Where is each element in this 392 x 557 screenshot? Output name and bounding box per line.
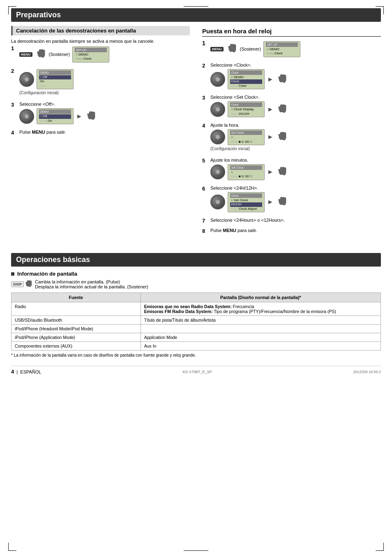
step2-cancel-note: (Configuración inicial) <box>19 91 190 95</box>
screen-step2-cancel: DEMO ○ Off On PUSH <box>37 69 74 89</box>
screen-reloj-step4: Set Clock ○ PUSH ■ 0 :00 □ <box>228 129 265 145</box>
corner-mark-tl <box>8 6 16 14</box>
table-cell-display: Emisoras que no sean Radio Data System: … <box>141 302 380 316</box>
reloj-step-3: 3 Seleccione <Set Clock>. Clock ○ Clock … <box>202 95 381 118</box>
cancelacion-step-2: 2 DEMO ○ Off On PUSH (Configuración inic… <box>11 68 190 97</box>
disp-hand-icon <box>24 280 33 289</box>
menu-key-1: MENU <box>19 52 32 57</box>
table-row: iPod/iPhone (Application Mode) Applicati… <box>12 333 381 342</box>
table-row: iPod/iPhone (Headunit Mode/iPod Mode) <box>12 325 381 333</box>
table-header-source: Fuente <box>12 293 141 302</box>
info-pantalla-title: Información de pantalla <box>17 271 77 277</box>
footer-date: 2012/3/9 16:55:2 <box>353 370 381 374</box>
corner-mark-bl <box>8 543 16 551</box>
hand-icon-reloj-5 <box>276 166 288 178</box>
knob-reloj-5 <box>210 165 225 179</box>
table-header-display: Pantalla (Diseño normal de la pantalla)* <box>141 293 380 302</box>
arrow-reloj-4: ► <box>267 133 274 141</box>
preparativos-title: Preparativos <box>16 11 61 19</box>
step3-cancel-text: Seleccione <Off>. <box>19 102 190 107</box>
disp-descriptions: Cambia la información en pantalla. (Puls… <box>35 279 148 289</box>
bottom-center-mark <box>184 550 208 551</box>
arrow-reloj-6: ► <box>267 198 274 206</box>
hand-icon-3 <box>85 111 97 122</box>
operaciones-header: Operaciones básicas <box>11 253 381 267</box>
disp-wrapper: DISP Cambia la información en pantalla. … <box>11 279 381 289</box>
table-cell-display: Aux In <box>141 342 380 350</box>
corner-mark-br <box>376 543 384 551</box>
cancelacion-step-1: 1 MENU (Sostener) SET UP ○ DEMO PUSH Clo… <box>11 45 190 64</box>
arrow-reloj-2: ► <box>267 76 274 83</box>
reloj-step-2: 2 Seleccione <Clock>. Clock ○ DEMO Clock… <box>202 63 381 91</box>
top-center-mark <box>184 6 208 7</box>
preparativos-header: Preparativos <box>11 8 381 22</box>
table-cell-source: USB/SD/audio Bluetooth <box>12 316 141 325</box>
operaciones-title: Operaciones básicas <box>16 255 90 264</box>
knob-step3-cancel <box>19 109 34 124</box>
hand-icon-1 <box>35 49 46 60</box>
arrow-step3-cancel: ► <box>76 113 83 120</box>
knob-step2-cancel <box>19 72 34 87</box>
table-row: Radio Emisoras que no sean Radio Data Sy… <box>12 302 381 316</box>
page-num-block: 4 | ESPAÑOL <box>11 369 41 375</box>
table-cell-display <box>141 325 380 333</box>
step4-reloj-note: (Configuración inicial) <box>210 146 381 151</box>
disp-sostener-desc: Desplaza la información actual de la pan… <box>35 284 148 289</box>
table-cell-source: Componentes externos (AUX) <box>12 342 141 350</box>
puesta-en-hora-header: Puesta en hora del reloj <box>202 26 381 37</box>
table-cell-source: Radio <box>12 302 141 316</box>
table-footnote: * La información de la pantalla varía en… <box>11 353 381 357</box>
knob-reloj-2 <box>210 72 225 87</box>
table-cell-display: Application Mode <box>141 333 380 342</box>
knob-reloj-6 <box>210 195 225 209</box>
table-row: USB/SD/audio Bluetooth Título de pista/T… <box>12 316 381 325</box>
reloj-step-4: 4 Ajuste la hora. Set Clock ○ PUSH ■ 0 :… <box>202 123 381 153</box>
disp-pulse-desc: Cambia la información en pantalla. (Puls… <box>35 279 148 284</box>
screen-reloj-step6: Clock ○ Set Clock 24/12H PUSH Clock Adju… <box>228 192 265 212</box>
arrow-reloj-3: ► <box>267 106 274 113</box>
table-row: Componentes externos (AUX) Aux In <box>12 342 381 350</box>
knob-reloj-4 <box>210 130 225 144</box>
cancelacion-header: Cancelación de las demostraciones en pan… <box>11 26 190 35</box>
hand-icon-reloj-6 <box>276 196 288 208</box>
reloj-step-6: 6 Seleccione <24H/12H>. Clock ○ Set Cloc… <box>202 186 381 214</box>
reloj-step-1: 1 MENU (Sostener) SET UP ○ DEMO PUSH Clo… <box>202 40 381 58</box>
screen-step1-cancel: SET UP ○ DEMO PUSH Clock <box>72 46 109 63</box>
hand-icon-reloj-1 <box>226 43 238 55</box>
knob-reloj-3 <box>210 102 225 117</box>
corner-mark-tr <box>376 6 384 14</box>
cancelacion-intro: La demostración en pantalla siempre se a… <box>11 39 190 44</box>
cancelacion-step-4: 4 Pulse MENU para salir. <box>11 130 190 136</box>
screen-reloj-step1: SET UP ○ DEMO PUSH Clock <box>263 41 300 57</box>
info-pantalla-section: Información de pantalla DISP Cambia la i… <box>11 271 381 357</box>
disp-key[interactable]: DISP <box>11 281 24 287</box>
screen-step3-cancel: DEMO ○ Off PUSH On <box>37 108 74 124</box>
cancelacion-step-3: 3 Seleccione <Off>. DEMO ○ Off PUSH On ► <box>11 102 190 125</box>
table-cell-display: Título de pista/Título de álbum/Artista <box>141 316 380 325</box>
screen-reloj-step3: Clock ○ Clock Display PUSH 24/12H <box>228 101 265 117</box>
cancelacion-column: Cancelación de las demostraciones en pan… <box>11 26 190 238</box>
screen-reloj-step2: Clock ○ DEMO Clock PUSH Color <box>228 69 265 89</box>
table-cell-source: iPod/iPhone (Application Mode) <box>12 333 141 342</box>
info-pantalla-title-row: Información de pantalla <box>11 271 381 277</box>
arrow-reloj-5: ► <box>267 168 274 176</box>
reloj-step-8: 8 Pulse MENU para salir. <box>202 228 381 234</box>
screen-reloj-step5: Set Clock ○ PUSH ■ 0: 00 □ <box>228 164 265 180</box>
hand-icon-reloj-3 <box>276 104 288 115</box>
table-cell-source: iPod/iPhone (Headunit Mode/iPod Mode) <box>12 325 141 333</box>
hand-icon-reloj-4 <box>276 131 288 143</box>
reloj-step-7: 7 Seleccione <24Hours> o <12Hours>. <box>202 218 381 224</box>
footer-doc: KD-X70BT_E_SP <box>182 370 212 374</box>
reloj-step-5: 5 Ajuste los minutos. Set Clock ○ PUSH ■… <box>202 158 381 181</box>
page-footer: 4 | ESPAÑOL KD-X70BT_E_SP 2012/3/9 16:55… <box>11 366 381 375</box>
menu-key-reloj-1: MENU <box>210 47 224 51</box>
info-table: Fuente Pantalla (Diseño normal de la pan… <box>11 292 381 350</box>
hand-icon-reloj-2 <box>276 74 288 85</box>
square-icon <box>11 272 14 276</box>
puesta-en-hora-column: Puesta en hora del reloj 1 MENU (Sostene… <box>202 26 381 238</box>
